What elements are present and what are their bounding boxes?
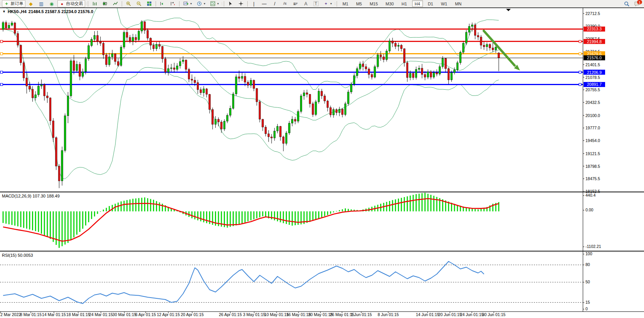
candle-body: [460, 52, 461, 63]
candle-body: [85, 59, 87, 72]
candle-body: [303, 93, 305, 96]
candle-body: [483, 45, 485, 47]
main-chart-pane[interactable]: [0, 0, 583, 188]
macd-histogram-bar: [333, 211, 334, 213]
macd-histogram-bar: [67, 211, 69, 243]
line-handle[interactable]: [0, 83, 3, 85]
candle-body: [306, 93, 308, 94]
candle-body: [35, 95, 37, 98]
candle-body: [351, 84, 352, 92]
candle-body: [200, 90, 202, 93]
candle-body: [253, 80, 255, 89]
macd-histogram-bar: [73, 211, 74, 238]
candle-body: [73, 61, 75, 70]
candle-body: [44, 85, 45, 96]
candle-body: [297, 112, 299, 121]
candle-body: [226, 115, 228, 121]
candle-body: [58, 166, 60, 181]
macd-histogram-bar: [475, 209, 476, 211]
candle-body: [32, 89, 34, 98]
chart-canvas[interactable]: 22390.022057.521734.522712.521401.521078…: [0, 0, 644, 318]
down-trend-arrow[interactable]: [484, 31, 515, 65]
candle-body: [26, 78, 28, 86]
macd-histogram-bar: [280, 211, 281, 222]
candle-body: [114, 54, 116, 62]
candle-body: [132, 37, 134, 41]
candle-body: [430, 72, 432, 77]
candle-body: [102, 43, 104, 55]
macd-histogram-bar: [12, 211, 13, 225]
candle-body: [371, 74, 373, 77]
rsi-axis-label: 100: [585, 251, 592, 256]
time-tick-label: 12 Apr 01:15: [157, 312, 180, 317]
chart-ohlc-values: 21484.5 21587.5 21234.0 21576.0: [29, 9, 93, 14]
candle-body: [247, 82, 249, 85]
time-tick-label: 14 Mar 01:15: [42, 312, 66, 317]
macd-indicator-label: MACD(12,26,9) 107.30 188.49: [2, 194, 60, 198]
macd-histogram-bar: [386, 202, 387, 211]
time-tick-label: 20 Apr 01:15: [181, 312, 204, 317]
candle-body: [495, 47, 497, 50]
macd-histogram-bar: [150, 199, 151, 211]
line-handle[interactable]: [579, 83, 581, 85]
macd-histogram-bar: [44, 211, 45, 236]
candle-body: [409, 73, 411, 77]
price-badge-label: 22313.3: [587, 27, 602, 31]
macd-pane[interactable]: 440.40.00-1102.21: [3, 193, 601, 249]
line-handle[interactable]: [579, 53, 581, 55]
macd-histogram-bar: [245, 211, 246, 223]
candle-body: [424, 74, 426, 77]
rsi-axis-label: 50: [585, 280, 590, 284]
macd-histogram-bar: [47, 211, 48, 237]
line-handle[interactable]: [579, 71, 581, 74]
price-tick-label: 20432.5: [585, 100, 600, 105]
candle-body: [164, 59, 166, 72]
candle-body: [262, 119, 264, 127]
macd-histogram-bar: [91, 211, 92, 219]
candle-body: [463, 43, 465, 52]
price-axis[interactable]: 22390.022057.521734.522712.521401.521078…: [583, 11, 605, 194]
candle-body: [244, 76, 246, 82]
time-tick-label: 1 Jun 01:15: [351, 312, 372, 317]
macd-histogram-bar: [132, 199, 134, 211]
macd-histogram-bar: [20, 211, 22, 227]
candle-body: [173, 68, 175, 69]
macd-histogram-bar: [8, 211, 10, 224]
candle-body: [368, 69, 370, 74]
macd-histogram-bar: [209, 211, 210, 224]
candle-body: [359, 64, 361, 69]
line-handle[interactable]: [0, 40, 3, 43]
candle-body: [108, 57, 110, 65]
candle-body: [14, 23, 16, 33]
line-handle[interactable]: [0, 71, 3, 74]
candle-body: [212, 109, 214, 124]
candle-body: [259, 102, 261, 119]
time-tick-label: 8 Mar 01:15: [20, 312, 42, 317]
line-handle[interactable]: [0, 53, 3, 55]
time-tick-label: 20 Jun 01:15: [438, 312, 462, 317]
price-badge-label: 21994.8: [587, 39, 602, 44]
time-tick-label: 10 May 01:15: [264, 312, 289, 317]
candle-body: [421, 68, 423, 74]
candle-body: [38, 86, 40, 95]
candle-body: [70, 61, 72, 96]
macd-histogram-bar: [103, 209, 104, 211]
macd-histogram-bar: [262, 211, 263, 216]
candle-body: [486, 44, 488, 47]
macd-histogram-bar: [413, 195, 414, 211]
macd-histogram-bar: [23, 211, 24, 228]
rsi-pane[interactable]: 1008050150: [0, 251, 592, 311]
time-axis[interactable]: 2 Mar 20228 Mar 01:1514 Mar 01:1518 Mar …: [0, 312, 506, 317]
candle-body: [468, 27, 470, 32]
candle-body: [5, 23, 7, 28]
current-bar-marker-icon: [506, 9, 511, 11]
macd-histogram-bar: [79, 211, 80, 232]
macd-axis-label: 0.00: [585, 208, 594, 212]
symbol-dropdown-icon[interactable]: ▼: [2, 10, 6, 13]
line-handle[interactable]: [579, 40, 581, 43]
time-tick-label: 24 Jun 01:15: [460, 312, 484, 317]
candle-body: [389, 41, 391, 51]
macd-histogram-bar: [274, 211, 275, 220]
macd-histogram-bar: [35, 211, 36, 231]
macd-histogram-bar: [147, 198, 148, 211]
